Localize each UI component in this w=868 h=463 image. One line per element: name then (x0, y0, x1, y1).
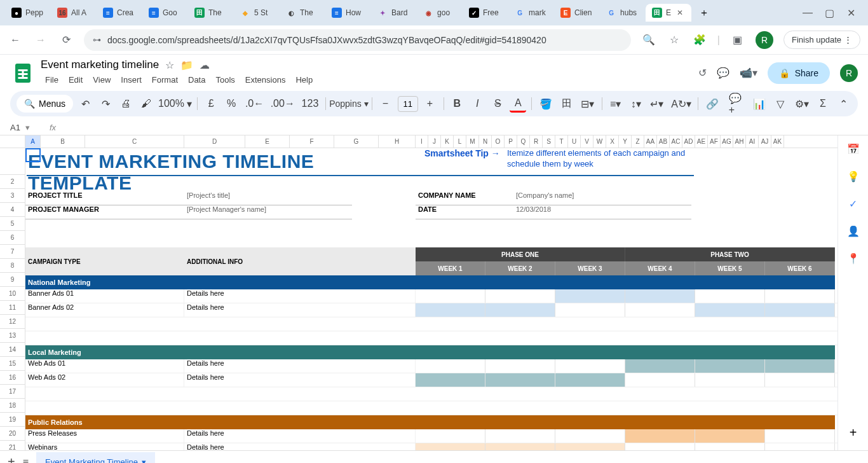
history-icon[interactable]: ↺ (698, 67, 707, 79)
extensions-icon[interactable]: 🧩 (692, 32, 707, 48)
browser-tab[interactable]: ●Pepp (5, 4, 50, 22)
column-header[interactable]: B (41, 135, 85, 148)
column-header[interactable]: F (290, 135, 334, 148)
column-header[interactable]: T (555, 135, 568, 148)
timeline-cell[interactable] (416, 443, 485, 450)
column-header[interactable]: P (505, 135, 517, 148)
browser-tab[interactable]: ≡Crea (97, 4, 141, 22)
maximize-icon[interactable]: ▢ (825, 8, 834, 17)
meet-icon[interactable]: 📹▾ (740, 67, 757, 79)
browser-tab[interactable]: ◐The (280, 4, 324, 22)
project-manager-value[interactable]: [Project Manager's name] (184, 205, 352, 219)
italic-button[interactable]: I (469, 95, 485, 113)
menu-edit[interactable]: Edit (64, 73, 87, 87)
comments-icon[interactable]: 💬 (717, 67, 729, 79)
column-header[interactable]: V (581, 135, 593, 148)
add-panel-button[interactable]: + (850, 425, 857, 440)
row-header[interactable]: 7 (0, 245, 25, 259)
column-header[interactable]: AC (670, 135, 682, 148)
keep-icon[interactable]: 💡 (847, 170, 860, 183)
column-header[interactable]: AK (771, 135, 784, 148)
browser-tab[interactable]: ✓Free (463, 4, 507, 22)
table-cell[interactable]: Web Ads 01 (25, 359, 184, 373)
table-cell[interactable]: Details here (184, 303, 416, 317)
paint-format-button[interactable]: 🖌 (138, 95, 154, 113)
timeline-cell[interactable] (625, 289, 695, 303)
menu-insert[interactable]: Insert (116, 73, 146, 87)
close-window-icon[interactable]: ✕ (846, 8, 855, 17)
column-header[interactable]: M (466, 135, 479, 148)
reload-button[interactable]: ⟳ (58, 32, 74, 48)
site-info-icon[interactable]: ⊶ (93, 35, 101, 45)
v-align-button[interactable]: ↕▾ (628, 95, 644, 113)
sheet-tab-active[interactable]: Event Marketing Timeline▾ (36, 452, 155, 463)
row-header[interactable]: 8 (0, 259, 25, 273)
column-header[interactable]: X (606, 135, 619, 148)
row-header[interactable]: 6 (0, 231, 25, 245)
table-cell[interactable]: Web Ads 02 (25, 373, 184, 387)
company-value[interactable]: [Company's name] (513, 191, 691, 205)
sidepanel-icon[interactable]: ▣ (730, 32, 745, 48)
column-header[interactable]: I (416, 135, 428, 148)
column-header[interactable]: Z (632, 135, 644, 148)
column-header[interactable]: N (479, 135, 492, 148)
text-color-button[interactable]: A (510, 95, 526, 113)
browser-tab-active[interactable]: 田E✕ (646, 4, 691, 22)
browser-tab[interactable]: ≡How (325, 4, 370, 22)
table-cell[interactable]: Details here (184, 359, 416, 373)
column-header[interactable]: D (184, 135, 245, 148)
decrease-decimal-button[interactable]: .0← (243, 95, 266, 113)
close-icon[interactable]: ✕ (675, 8, 685, 18)
filter-views-button[interactable]: ⚙▾ (792, 95, 811, 113)
star-icon[interactable]: ☆ (165, 59, 174, 71)
timeline-cell[interactable] (485, 443, 555, 450)
filter-button[interactable]: ▽ (772, 95, 789, 113)
redo-button[interactable]: ↷ (97, 95, 114, 113)
increase-decimal-button[interactable]: .00→ (269, 95, 296, 113)
row-header[interactable]: 20 (0, 427, 25, 441)
row-header[interactable]: 10 (0, 287, 25, 301)
collapse-toolbar-button[interactable]: ⌃ (835, 95, 851, 113)
browser-tab[interactable]: ≡Goo (142, 4, 187, 22)
timeline-cell[interactable] (765, 359, 835, 373)
finish-update-button[interactable]: Finish update⋮ (783, 31, 860, 49)
row-header[interactable]: 13 (0, 329, 25, 343)
column-header[interactable]: AE (695, 135, 708, 148)
browser-tab[interactable]: EClien (554, 4, 599, 22)
address-bar[interactable]: ⊶ docs.google.com/spreadsheets/d/1Ja2cXI… (84, 29, 631, 51)
new-tab-button[interactable]: ＋ (693, 4, 715, 22)
document-title[interactable]: Event marketing timeline (41, 59, 159, 71)
date-value[interactable]: 12/03/2018 (513, 205, 691, 219)
column-header[interactable]: AA (644, 135, 657, 148)
table-cell[interactable]: Press Releases (25, 429, 184, 443)
minimize-icon[interactable]: — (803, 8, 812, 17)
back-button[interactable]: ← (8, 32, 23, 48)
menu-view[interactable]: View (88, 73, 115, 87)
row-header[interactable]: 21 (0, 441, 25, 450)
column-header[interactable]: AF (708, 135, 721, 148)
zoom-icon[interactable]: 🔍 (641, 32, 656, 48)
font-size-input[interactable]: 11 (398, 96, 418, 112)
table-cell[interactable]: Details here (184, 289, 416, 303)
chart-button[interactable]: 📊 (751, 95, 769, 113)
column-header[interactable]: AI (746, 135, 759, 148)
browser-tab[interactable]: ✦Bard (371, 4, 416, 22)
row-header[interactable]: 17 (0, 385, 25, 399)
menu-data[interactable]: Data (184, 73, 210, 87)
row-header[interactable]: 11 (0, 301, 25, 315)
timeline-cell[interactable] (625, 429, 695, 443)
row-header[interactable]: 2 (0, 175, 25, 189)
percent-button[interactable]: % (223, 95, 240, 113)
all-sheets-button[interactable]: ≡ (23, 457, 29, 464)
browser-tab[interactable]: 田The (188, 4, 233, 22)
borders-button[interactable]: 田 (559, 95, 575, 113)
browser-tab[interactable]: ◆5 St (234, 4, 278, 22)
calendar-icon[interactable]: 📅 (847, 143, 860, 155)
timeline-cell[interactable] (555, 443, 625, 450)
menu-extensions[interactable]: Extensions (241, 73, 290, 87)
row-header[interactable]: 3 (0, 189, 25, 203)
timeline-cell[interactable] (416, 373, 485, 387)
column-header[interactable]: O (492, 135, 505, 148)
menu-tools[interactable]: Tools (211, 73, 239, 87)
column-header[interactable]: U (568, 135, 581, 148)
